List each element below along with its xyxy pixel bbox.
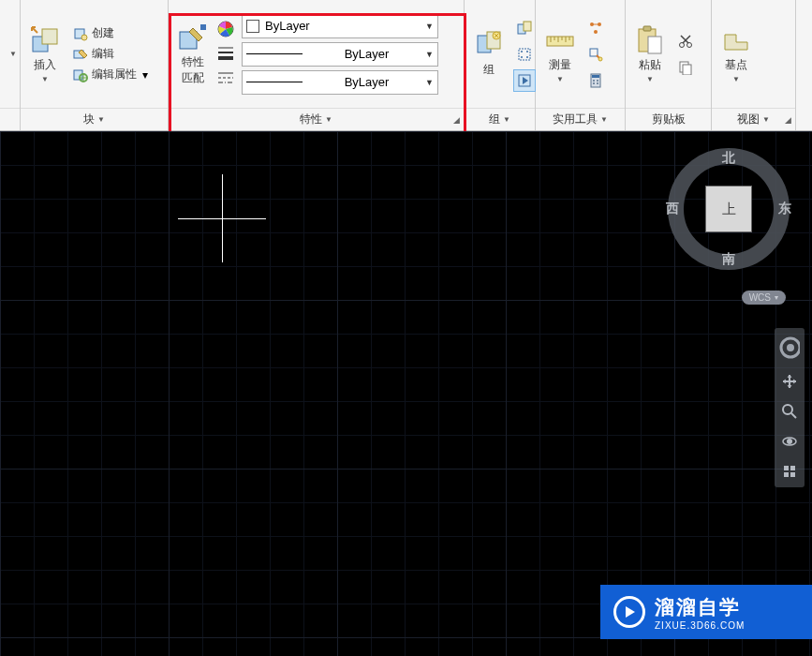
paste-icon (635, 25, 665, 55)
nav-showmotion-button[interactable] (779, 461, 800, 482)
insert-button-label: 插入 (34, 57, 56, 73)
panel-group: 组 组▼ (465, 0, 536, 130)
nav-wheel-button[interactable] (779, 334, 800, 362)
panel-block: 插入 ▼ 创建 编辑 编辑属性 ▾ 块▼ (21, 0, 169, 130)
basepoint-button[interactable]: 基点 ▼ (716, 23, 757, 85)
svg-rect-40 (592, 75, 599, 78)
svg-point-36 (594, 30, 598, 34)
viewcube-north-label[interactable]: 北 (722, 150, 735, 167)
viewcube-south-label[interactable]: 南 (722, 251, 735, 268)
viewcube-east-label[interactable]: 东 (778, 201, 791, 217)
point-button[interactable] (584, 17, 607, 39)
group-icon (474, 30, 504, 60)
svg-point-24 (521, 56, 523, 58)
edit-block-icon (73, 47, 88, 62)
svg-point-55 (787, 344, 794, 351)
insert-block-icon (30, 25, 60, 55)
nav-orbit-button[interactable] (779, 431, 800, 452)
linetype-dropdown[interactable]: ByLayer ▼ (242, 70, 438, 95)
svg-point-3 (81, 35, 87, 40)
panel-clipboard-label[interactable]: 剪贴板 (626, 108, 711, 130)
svg-point-23 (526, 51, 528, 52)
color-wheel-icon[interactable] (217, 21, 236, 39)
panel-view: 基点 ▼ 视图▼ ◢ (712, 0, 796, 130)
group-edit-button[interactable] (513, 43, 536, 66)
watermark-title: 溜溜自学 (655, 594, 745, 620)
nav-pan-button[interactable] (779, 371, 800, 392)
svg-rect-8 (200, 24, 206, 30)
watermark-banner: 溜溜自学 ZIXUE.3D66.COM (600, 585, 812, 639)
lineweight-sample-icon (246, 53, 303, 54)
panel-utilities-label[interactable]: 实用工具▼ (536, 108, 625, 130)
nav-zoom-button[interactable] (779, 401, 800, 422)
svg-rect-37 (590, 49, 598, 56)
copy-button[interactable] (674, 56, 697, 79)
lineweight-icon[interactable] (217, 45, 236, 64)
panel-properties-label[interactable]: 特性▼ ◢ (169, 108, 464, 130)
drawing-canvas[interactable]: 上 北 南 东 西 WCS▾ 溜溜自学 ZIXUE.3D66.COM (0, 131, 812, 656)
svg-point-25 (526, 56, 528, 58)
color-swatch-icon (246, 20, 259, 33)
panel-block-label[interactable]: 块▼ (21, 108, 168, 130)
panel-left-partial: ▼ (0, 0, 21, 130)
linetype-list-icon[interactable] (217, 69, 236, 88)
unknown-split-button[interactable]: ▼ (4, 48, 22, 60)
svg-rect-21 (519, 49, 530, 60)
svg-rect-20 (524, 22, 531, 31)
view-cube[interactable]: 上 北 南 东 西 (668, 148, 790, 270)
panel-partial-label[interactable] (0, 108, 20, 130)
paste-button[interactable]: 粘贴 ▼ (629, 23, 671, 85)
svg-point-58 (787, 439, 792, 444)
edit-attributes-icon (73, 67, 88, 82)
calculator-button[interactable] (584, 69, 607, 92)
linetype-sample-icon (246, 82, 303, 82)
svg-rect-51 (683, 65, 691, 75)
chevron-down-icon: ▼ (425, 22, 434, 31)
create-block-button[interactable]: 创建 (69, 23, 152, 43)
measure-button[interactable]: 测量 ▼ (539, 23, 581, 85)
edit-block-button[interactable]: 编辑 (69, 44, 152, 64)
svg-rect-59 (784, 466, 789, 470)
edit-attributes-button[interactable]: 编辑属性 ▾ (69, 65, 152, 84)
svg-point-43 (593, 82, 595, 84)
measure-icon (545, 25, 575, 55)
quickselect-button[interactable] (584, 43, 607, 66)
svg-rect-1 (42, 29, 57, 44)
svg-point-56 (783, 405, 792, 414)
svg-rect-47 (648, 37, 661, 53)
chevron-down-icon: ▼ (425, 78, 434, 87)
svg-point-42 (597, 80, 598, 82)
panel-properties: 特性 匹配 ByLayer ▼ (169, 0, 465, 130)
ribbon-toolbar: ▼ 插入 ▼ 创建 编辑 (0, 0, 812, 131)
wcs-dropdown[interactable]: WCS▾ (742, 291, 786, 305)
view-dialog-launcher-icon[interactable]: ◢ (785, 115, 791, 125)
chevron-down-icon: ▾ (775, 293, 778, 302)
svg-point-38 (598, 57, 602, 61)
panel-utilities: 测量 ▼ 实用工具▼ (536, 0, 626, 130)
group-button[interactable]: 组 (468, 28, 509, 80)
svg-rect-62 (790, 472, 795, 477)
match-properties-button[interactable]: 特性 匹配 (172, 21, 214, 88)
watermark-url: ZIXUE.3D66.COM (655, 620, 745, 631)
ungroup-button[interactable] (513, 17, 536, 39)
panel-clipboard: 粘贴 ▼ 剪贴板 (626, 0, 712, 130)
viewcube-west-label[interactable]: 西 (666, 201, 679, 217)
svg-rect-61 (784, 472, 789, 477)
lineweight-dropdown[interactable]: ByLayer ▼ (242, 42, 438, 67)
viewcube-top-face[interactable]: 上 (705, 186, 752, 232)
svg-point-22 (521, 51, 523, 52)
basepoint-icon (721, 25, 751, 55)
watermark-play-icon (613, 596, 645, 628)
insert-button[interactable]: 插入 ▼ (24, 23, 66, 85)
navigation-bar (775, 328, 805, 487)
create-block-icon (73, 26, 88, 41)
color-dropdown[interactable]: ByLayer ▼ (242, 14, 438, 38)
panel-view-label[interactable]: 视图▼ ◢ (712, 108, 795, 130)
panel-group-label[interactable]: 组▼ (465, 108, 535, 130)
svg-rect-60 (790, 466, 795, 470)
cut-button[interactable] (674, 30, 697, 52)
properties-dialog-launcher-icon[interactable]: ◢ (453, 115, 460, 125)
svg-point-44 (597, 82, 598, 84)
match-properties-icon (178, 22, 208, 52)
group-select-toggle[interactable] (513, 69, 536, 92)
